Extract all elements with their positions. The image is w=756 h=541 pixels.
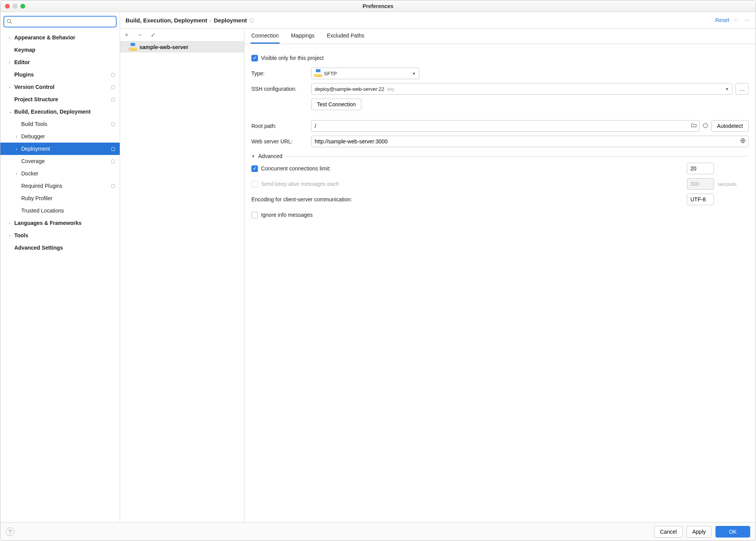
keepalive-label: Send keep alive messages each: xyxy=(261,181,687,187)
sidebar-item-editor[interactable]: ›Editor xyxy=(0,56,120,68)
sidebar-item-coverage[interactable]: ›Coverage▢ xyxy=(0,155,120,167)
encoding-label: Encoding for client-server communication… xyxy=(251,196,687,202)
concurrent-limit-label: Concurrent connections limit: xyxy=(261,165,687,172)
ssh-config-browse-button[interactable]: … xyxy=(736,83,749,95)
folder-icon[interactable] xyxy=(691,122,697,129)
sidebar-item-tools[interactable]: ›Tools xyxy=(0,229,120,242)
sidebar-item-docker[interactable]: ›Docker xyxy=(0,167,120,180)
servers-toolbar: ＋ − ✓ xyxy=(120,29,244,42)
concurrent-limit-input[interactable] xyxy=(687,163,714,174)
settings-sidebar: ›Appearance & Behavior›Keymap›Editor›Plu… xyxy=(0,12,120,522)
cancel-button[interactable]: Cancel xyxy=(654,526,683,538)
sidebar-item-project-structure[interactable]: ›Project Structure▢ xyxy=(0,93,120,105)
sidebar-item-plugins[interactable]: ›Plugins▢ xyxy=(0,68,120,81)
add-server-button[interactable]: ＋ xyxy=(123,31,130,39)
close-window-button[interactable] xyxy=(5,4,10,9)
sidebar-item-trusted-locations[interactable]: ›Trusted Locations xyxy=(0,204,120,217)
chevron-right-icon: › xyxy=(9,233,14,238)
tab-connection[interactable]: Connection xyxy=(251,29,280,44)
svg-point-0 xyxy=(7,19,11,22)
sidebar-item-label: Project Structure xyxy=(14,96,120,102)
tab-mappings[interactable]: Mappings xyxy=(290,29,315,44)
autodetect-button[interactable]: Autodetect xyxy=(711,120,749,132)
ignore-info-label: Ignore info messages xyxy=(261,212,313,218)
sidebar-item-label: Docker xyxy=(21,170,120,177)
visible-only-checkbox[interactable] xyxy=(251,55,258,61)
sidebar-item-label: Build, Execution, Deployment xyxy=(14,109,120,115)
dialog-footer: ? Cancel Apply OK xyxy=(0,522,756,541)
deployment-detail-pane: ConnectionMappingsExcluded Paths Visible… xyxy=(244,29,756,522)
server-name: sample-web-server xyxy=(139,44,188,50)
sidebar-item-label: Tools xyxy=(14,232,120,238)
nav-back-icon[interactable]: ← xyxy=(733,16,740,24)
minimize-window-button xyxy=(13,4,17,9)
advanced-section-header[interactable]: ▼ Advanced xyxy=(251,153,749,159)
breadcrumb-parent: Build, Execution, Deployment xyxy=(125,17,207,24)
settings-search-input[interactable] xyxy=(14,19,114,25)
deployment-servers-pane: ＋ − ✓ SFTPsample-web-server xyxy=(120,29,244,522)
settings-tree[interactable]: ›Appearance & Behavior›Keymap›Editor›Plu… xyxy=(0,31,120,522)
nav-forward-icon[interactable]: → xyxy=(744,16,750,24)
sidebar-item-version-control[interactable]: ›Version Control▢ xyxy=(0,81,120,93)
sidebar-item-debugger[interactable]: ›Debugger xyxy=(0,130,120,143)
web-url-input[interactable] xyxy=(311,136,749,147)
connection-form: Visible only for this project Type: SFTP… xyxy=(244,44,756,522)
ssh-config-label: SSH configuration: xyxy=(251,86,311,92)
zoom-window-button[interactable] xyxy=(20,4,25,9)
sidebar-item-label: Debugger xyxy=(21,133,120,140)
breadcrumb: Build, Execution, Deployment › Deploymen… xyxy=(125,17,254,24)
test-connection-button[interactable]: Test Connection xyxy=(311,99,361,110)
reset-button[interactable]: Reset xyxy=(715,17,729,23)
remove-server-button[interactable]: − xyxy=(136,32,143,39)
root-path-input[interactable] xyxy=(311,120,700,132)
keepalive-checkbox[interactable] xyxy=(251,181,258,187)
keepalive-unit: seconds xyxy=(718,181,749,187)
sftp-icon: SFTP xyxy=(315,70,322,77)
chevron-right-icon: › xyxy=(9,60,14,65)
sidebar-item-languages-frameworks[interactable]: ›Languages & Frameworks xyxy=(0,217,120,229)
chevron-down-icon: ▼ xyxy=(725,87,729,91)
ignore-info-checkbox[interactable] xyxy=(251,212,258,218)
sidebar-item-deployment[interactable]: ›Deployment▢ xyxy=(0,143,120,155)
chevron-right-icon: › xyxy=(9,35,14,40)
project-scope-icon: ▢ xyxy=(111,158,115,164)
breadcrumb-leaf: Deployment xyxy=(214,17,247,24)
tab-excluded-paths[interactable]: Excluded Paths xyxy=(326,29,365,44)
sidebar-item-ruby-profiler[interactable]: ›Ruby Profiler xyxy=(0,192,120,204)
set-default-server-button[interactable]: ✓ xyxy=(149,31,156,39)
root-path-label: Root path: xyxy=(251,123,311,129)
concurrent-limit-checkbox[interactable] xyxy=(251,165,258,172)
apply-button[interactable]: Apply xyxy=(687,526,712,538)
svg-text:?: ? xyxy=(705,124,707,127)
sidebar-item-keymap[interactable]: ›Keymap xyxy=(0,44,120,56)
web-url-label: Web server URL: xyxy=(251,138,311,145)
help-button[interactable]: ? xyxy=(6,527,14,536)
server-item[interactable]: SFTPsample-web-server xyxy=(120,42,244,53)
sidebar-item-build-tools[interactable]: ›Build Tools▢ xyxy=(0,118,120,130)
globe-icon[interactable] xyxy=(740,138,746,145)
sidebar-item-advanced-settings[interactable]: ›Advanced Settings xyxy=(0,242,120,254)
ssh-config-select[interactable]: deploy@sample-web-server:22 key ▼ xyxy=(311,83,732,95)
project-scope-icon: ▢ xyxy=(111,121,115,127)
encoding-input[interactable] xyxy=(687,194,714,205)
sidebar-item-label: Advanced Settings xyxy=(14,245,120,251)
type-select[interactable]: SFTP SFTP ▼ xyxy=(311,68,419,79)
sidebar-item-label: Trusted Locations xyxy=(21,208,120,214)
sidebar-item-label: Keymap xyxy=(14,47,120,53)
sidebar-item-required-plugins[interactable]: ›Required Plugins▢ xyxy=(0,180,120,192)
type-label: Type: xyxy=(251,70,311,77)
sidebar-item-build-execution-deployment[interactable]: ⌄Build, Execution, Deployment xyxy=(0,105,120,118)
preferences-window: Preferences ›Appearance & Behavior›Keyma… xyxy=(0,0,756,541)
settings-search[interactable] xyxy=(3,16,117,27)
sidebar-item-appearance-behavior[interactable]: ›Appearance & Behavior xyxy=(0,31,120,44)
sidebar-item-label: Deployment xyxy=(21,146,120,152)
chevron-right-icon: › xyxy=(16,134,21,139)
ok-button[interactable]: OK xyxy=(715,526,750,538)
sidebar-item-label: Appearance & Behavior xyxy=(14,34,120,41)
help-icon[interactable]: ? xyxy=(703,123,708,129)
visible-only-label: Visible only for this project xyxy=(261,55,324,61)
project-scope-icon: ▢ xyxy=(111,84,115,90)
svg-line-1 xyxy=(10,22,12,24)
server-list[interactable]: SFTPsample-web-server xyxy=(120,42,244,522)
window-title: Preferences xyxy=(0,3,756,9)
